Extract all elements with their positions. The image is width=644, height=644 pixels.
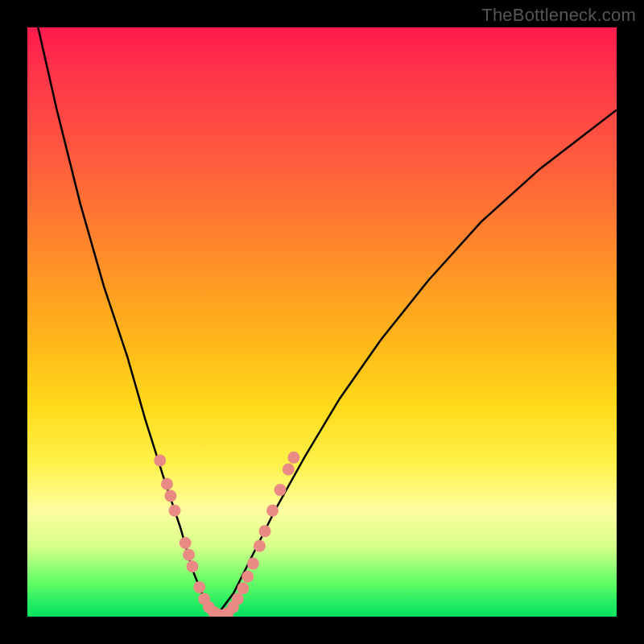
watermark-text: TheBottleneck.com [481,5,636,26]
data-point [254,540,266,552]
dots-group [154,452,299,617]
data-point [283,464,295,476]
data-point [237,582,249,594]
data-point [154,455,166,467]
data-point [186,560,198,572]
data-point [193,581,205,593]
chart-frame: TheBottleneck.com [0,0,644,644]
data-point [242,571,254,583]
data-point [275,484,287,496]
data-point [164,489,176,502]
data-point [169,505,181,517]
curve-group [27,27,617,617]
data-point [259,525,271,537]
data-point [247,558,259,570]
data-point [180,537,192,549]
data-point [161,478,173,490]
plot-area [27,27,617,617]
data-point [232,593,244,605]
plot-svg [27,27,617,617]
data-point [183,549,195,561]
curve-right [216,109,617,617]
curve-left [27,27,216,617]
data-point [266,505,279,517]
data-point [287,452,299,464]
